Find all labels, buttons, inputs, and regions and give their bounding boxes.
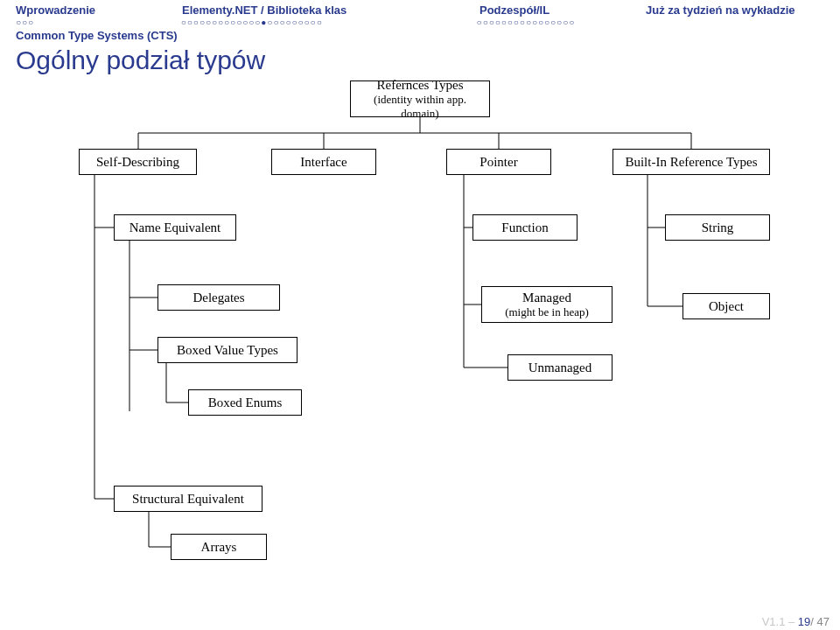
node-label: Managed [522,290,571,305]
nav-item-nextweek[interactable]: Już za tydzień na wykładzie [646,4,830,17]
node-label: Name Equivalent [130,220,221,235]
subsection-title: Common Type Systems (CTS) [16,27,824,42]
node-label: Delegates [192,290,244,305]
slide-footer: V1.1 – 19/ 47 [762,615,830,628]
page-sep: / [810,615,816,628]
node-label: Boxed Enums [208,396,283,410]
progress-dots-3: ○○○○○○○○○○○○○○○○ [477,18,642,27]
node-reference-types: Refernces Types (identity within app. do… [350,80,490,117]
node-boxed-enums: Boxed Enums [188,389,302,416]
slide-title: Ogólny podział typów [0,42,840,79]
node-string: String [665,214,770,241]
node-delegates: Delegates [158,284,280,311]
nav-item-elements[interactable]: Elementy.NET / Biblioteka klas [182,4,480,17]
node-label: Function [501,220,548,235]
node-label: Interface [300,155,346,170]
node-sublabel: (identity within app. domain) [354,93,486,121]
node-label: Arrays [201,540,237,555]
progress-dots-2: ○○○○○○○○○○○○○●○○○○○○○○○ [181,18,477,27]
node-unmanaged: Unmanaged [508,354,612,381]
nav-row: Wprowadzenie Elementy.NET / Biblioteka k… [16,4,824,17]
progress-dots-4 [641,18,824,27]
node-sublabel: (might be in heap) [505,305,589,319]
node-arrays: Arrays [171,534,267,560]
node-self-describing: Self-Describing [79,149,197,175]
node-label: Built-In Reference Types [625,155,757,170]
node-label: String [702,220,734,235]
version-label: V1.1 – [762,615,798,628]
node-managed: Managed (might be in heap) [481,286,612,323]
node-object: Object [682,293,770,319]
node-pointer: Pointer [446,149,551,175]
progress-dots-1: ○○○ [16,18,181,27]
node-label: Structural Equivalent [132,492,244,507]
progress-dots-row: ○○○ ○○○○○○○○○○○○○●○○○○○○○○○ ○○○○○○○○○○○○… [16,17,824,27]
page-total: 47 [817,615,830,628]
node-interface: Interface [271,149,376,175]
node-label: Self-Describing [96,155,179,170]
type-hierarchy-diagram: Refernces Types (identity within app. do… [0,79,840,595]
node-label: Refernces Types [376,78,463,93]
slide-header: Wprowadzenie Elementy.NET / Biblioteka k… [0,0,840,42]
node-label: Boxed Value Types [177,343,278,358]
nav-item-il[interactable]: Podzespół/IL [480,4,646,17]
node-name-equivalent: Name Equivalent [114,214,236,241]
node-boxed-value-types: Boxed Value Types [158,337,298,363]
node-function: Function [472,214,578,241]
node-structural-equivalent: Structural Equivalent [114,486,262,512]
nav-item-intro[interactable]: Wprowadzenie [16,4,182,17]
node-label: Unmanaged [528,360,592,375]
page-number: 19 [798,615,810,628]
node-label: Pointer [480,155,517,170]
node-builtin-reference: Built-In Reference Types [612,149,770,175]
node-label: Object [709,299,744,314]
